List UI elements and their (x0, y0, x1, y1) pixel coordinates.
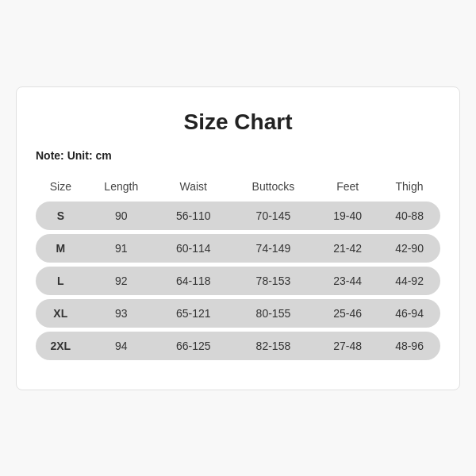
size-value: 94 (86, 332, 157, 360)
size-value: 80-155 (230, 299, 317, 328)
size-value: 70-145 (230, 202, 317, 230)
size-value: 90 (86, 202, 157, 230)
size-value: 78-153 (230, 267, 317, 295)
column-header-waist: Waist (157, 175, 230, 198)
size-value: 48-96 (378, 332, 440, 360)
size-value: 66-125 (157, 332, 230, 360)
size-value: 74-149 (230, 234, 317, 263)
size-value: 25-46 (317, 299, 378, 328)
table-header-row: SizeLengthWaistButtocksFeetThigh (36, 175, 440, 198)
column-header-buttocks: Buttocks (230, 175, 317, 198)
size-label: XL (36, 299, 86, 328)
size-value: 60-114 (157, 234, 230, 263)
unit-note: Note: Unit: cm (36, 149, 440, 162)
size-value: 46-94 (378, 299, 440, 328)
table-row: S9056-11070-14519-4040-88 (36, 202, 440, 230)
table-row: M9160-11474-14921-4242-90 (36, 234, 440, 263)
size-value: 42-90 (378, 234, 440, 263)
size-value: 64-118 (157, 267, 230, 295)
size-label: M (36, 234, 86, 263)
size-table: SizeLengthWaistButtocksFeetThigh S9056-1… (36, 171, 440, 364)
size-value: 44-92 (378, 267, 440, 295)
size-value: 40-88 (378, 202, 440, 230)
size-label: 2XL (36, 332, 86, 360)
column-header-length: Length (86, 175, 157, 198)
column-header-size: Size (36, 175, 86, 198)
size-value: 21-42 (317, 234, 378, 263)
size-value: 65-121 (157, 299, 230, 328)
size-chart-card: Size Chart Note: Unit: cm SizeLengthWais… (16, 86, 460, 390)
column-header-thigh: Thigh (378, 175, 440, 198)
table-row: XL9365-12180-15525-4646-94 (36, 299, 440, 328)
page-title: Size Chart (36, 109, 440, 135)
size-value: 92 (86, 267, 157, 295)
size-label: L (36, 267, 86, 295)
size-value: 93 (86, 299, 157, 328)
column-header-feet: Feet (317, 175, 378, 198)
size-value: 23-44 (317, 267, 378, 295)
size-value: 19-40 (317, 202, 378, 230)
size-value: 27-48 (317, 332, 378, 360)
table-row: L9264-11878-15323-4444-92 (36, 267, 440, 295)
size-value: 82-158 (230, 332, 317, 360)
table-row: 2XL9466-12582-15827-4848-96 (36, 332, 440, 360)
size-value: 91 (86, 234, 157, 263)
size-label: S (36, 202, 86, 230)
size-value: 56-110 (157, 202, 230, 230)
